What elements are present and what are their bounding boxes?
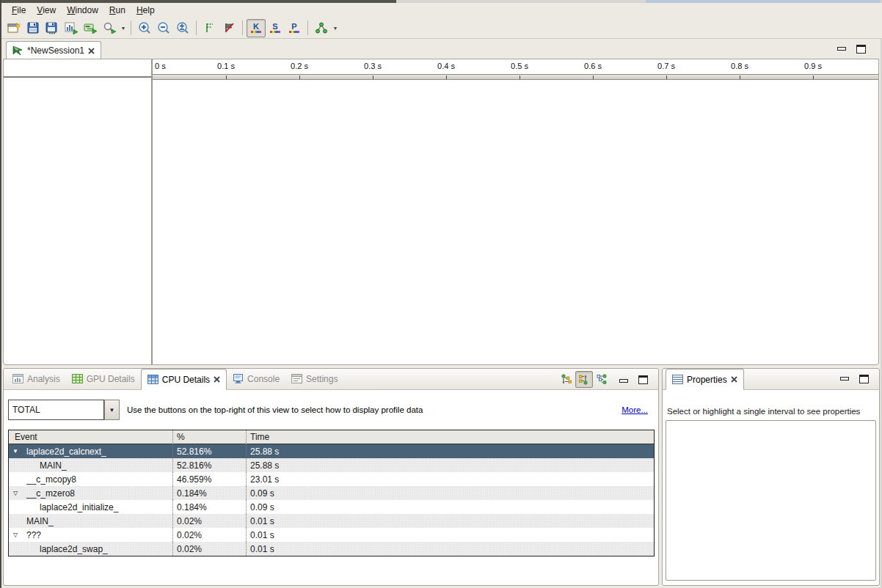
event-cell: laplace2d_swap_ (9, 542, 172, 556)
properties-tab-icon (672, 375, 683, 384)
zoom-in-button[interactable] (135, 19, 154, 37)
toolbar-separator (307, 21, 308, 35)
column-header-time[interactable]: Time (246, 430, 654, 444)
close-icon[interactable] (731, 376, 737, 383)
run-timeline-button[interactable] (81, 19, 100, 37)
tab-settings[interactable]: Settings (285, 368, 343, 389)
tab-console-label: Console (247, 374, 280, 384)
zoom-fit-button[interactable] (173, 19, 192, 37)
maximize-icon[interactable] (638, 375, 648, 384)
column-header-event[interactable]: Event (9, 430, 172, 444)
ruler-tick-label: 0 s (155, 62, 166, 70)
table-row[interactable]: ▽???0.02%0.01 s (9, 528, 654, 542)
menu-help[interactable]: Help (132, 4, 161, 17)
stream-color-strip (270, 31, 280, 33)
view-callees-button[interactable] (575, 371, 593, 388)
ruler-tick-mark (666, 76, 667, 79)
menu-run[interactable]: Run (105, 4, 132, 17)
maximize-icon[interactable] (856, 45, 866, 54)
zoom-out-icon (157, 21, 170, 34)
analysis-tree-dropdown[interactable]: ▼ (332, 26, 339, 31)
event-name: laplace2d_calcnext_ (26, 446, 106, 457)
display-mode-dropdown-button[interactable]: ▼ (104, 400, 120, 420)
generate-timeline-button[interactable] (62, 19, 81, 37)
menu-file[interactable]: File (7, 4, 32, 17)
kernel-letter: K (251, 23, 261, 30)
save-button[interactable] (23, 19, 43, 37)
maximize-icon[interactable] (859, 375, 869, 383)
percent-cell: 0.184% (172, 486, 246, 500)
session-tab[interactable]: *NewSession1 (6, 41, 101, 59)
application-window: File View Window Run Help (0, 0, 882, 588)
expander-icon[interactable]: ▽ (9, 532, 22, 538)
event-cell: ▼laplace2d_calcnext_ (9, 444, 172, 458)
more-link[interactable]: More... (622, 405, 648, 414)
column-header-percent[interactable]: % (172, 430, 246, 444)
menu-window[interactable]: Window (62, 4, 105, 17)
tab-cpu-details-label: CPU Details (162, 375, 210, 385)
view-callers-button[interactable] (558, 371, 575, 388)
tab-cpu-details[interactable]: CPU Details (141, 369, 227, 390)
event-name: laplace2d_initialize_ (40, 502, 118, 512)
menu-view[interactable]: View (32, 4, 62, 17)
menu-bar: File View Window Run Help (1, 3, 882, 18)
ruler-tick-mark (446, 76, 447, 79)
display-mode-value: TOTAL (12, 405, 40, 415)
table-row[interactable]: ▽__c_mzero80.184%0.09 s (9, 486, 654, 500)
search-run-icon (103, 22, 117, 34)
editor-tab-area: *NewSession1 (3, 40, 879, 59)
table-row[interactable]: ▼laplace2d_calcnext_52.816%25.88 s (9, 444, 654, 458)
table-header-row: Event % Time (9, 430, 654, 444)
run-analysis-dropdown[interactable]: ▼ (120, 26, 127, 31)
percent-cell: 46.959% (172, 472, 246, 486)
ruler-tick-mark (740, 76, 740, 79)
properties-hint: Select or highlight a single interval to… (667, 407, 860, 416)
tab-properties-label: Properties (687, 375, 727, 385)
color-by-process-button[interactable]: P (285, 19, 304, 37)
expander-icon[interactable]: ▽ (9, 490, 22, 496)
display-mode-combobox[interactable]: TOTAL (8, 400, 104, 420)
chart-run-icon (65, 22, 79, 34)
table-row[interactable]: MAIN_0.02%0.01 s (9, 514, 654, 528)
tab-gpu-details[interactable]: GPU Details (66, 368, 141, 389)
console-tab-icon (233, 374, 244, 383)
timeline-splitter[interactable] (151, 59, 153, 364)
table-row[interactable]: MAIN_52.816%25.88 s (9, 458, 654, 472)
kernel-color-strip (251, 31, 261, 33)
tab-analysis[interactable]: Analysis (7, 368, 66, 389)
properties-content-box (666, 420, 876, 581)
details-pane: Analysis GPU Details CPU Details (3, 368, 659, 586)
color-by-kernel-button[interactable]: K (247, 19, 266, 37)
table-row[interactable]: __c_mcopy846.959%23.01 s (9, 472, 654, 486)
expander-icon[interactable]: ▼ (9, 448, 22, 455)
timeline-view[interactable]: 0 s0.1 s0.2 s0.3 s0.4 s0.5 s0.6 s0.7 s0.… (3, 59, 879, 365)
ruler-marks-icon (204, 22, 216, 34)
zoom-out-button[interactable] (154, 19, 173, 37)
ruler-tick-label: 0.2 s (291, 62, 308, 70)
table-row[interactable]: laplace2d_initialize_0.184%0.09 s (9, 500, 654, 514)
save-as-button[interactable] (43, 19, 62, 37)
new-session-button[interactable] (4, 19, 23, 37)
close-icon[interactable] (88, 48, 95, 54)
view-flat-button[interactable] (593, 371, 611, 388)
save-as-icon (45, 22, 59, 34)
minimize-icon[interactable] (840, 377, 849, 381)
ruler-tick-label: 0.9 s (804, 62, 822, 70)
time-cell: 0.01 s (246, 514, 654, 528)
tab-console[interactable]: Console (227, 368, 285, 389)
mark-timeline-button[interactable] (200, 19, 219, 37)
clear-marks-button[interactable] (219, 19, 238, 37)
toolbar-separator (242, 21, 243, 35)
color-by-stream-button[interactable]: S (266, 19, 285, 37)
minimize-icon[interactable] (837, 47, 846, 51)
time-cell: 0.01 s (246, 542, 654, 556)
table-row[interactable]: laplace2d_swap_0.02%0.01 s (9, 542, 654, 556)
properties-pane: Properties Select or highlight a single … (662, 368, 880, 586)
run-analysis-button[interactable] (100, 19, 119, 37)
tab-properties[interactable]: Properties (666, 369, 744, 390)
close-icon[interactable] (214, 376, 220, 383)
minimize-icon[interactable] (619, 379, 628, 383)
ruler-tick-label: 0.6 s (584, 62, 602, 70)
analysis-tree-button[interactable] (312, 19, 331, 37)
event-name: laplace2d_swap_ (40, 544, 108, 554)
